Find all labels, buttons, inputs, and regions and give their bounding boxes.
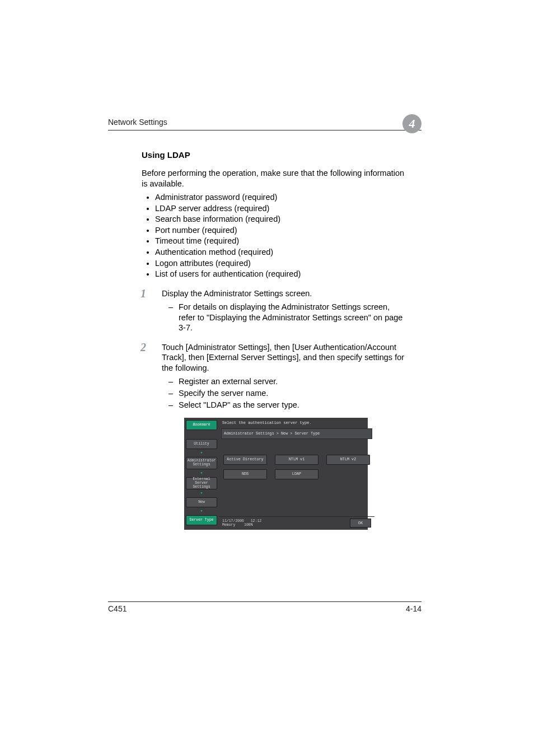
screenshot-status-bar: 11/17/2006 12:12 Memory 100% OK bbox=[219, 516, 374, 530]
option-ldap[interactable]: LDAP bbox=[275, 469, 318, 479]
list-item: Logon attributes (required) bbox=[155, 258, 406, 269]
bookmark-button[interactable]: Bookmark bbox=[186, 420, 217, 430]
server-type-options: Active Directory NTLM v1 NTLM v2 NDS LDA… bbox=[219, 439, 374, 516]
step-2: 2 Touch [Administrator Settings], then [… bbox=[142, 342, 406, 374]
sidebar-item-utility[interactable]: Utility bbox=[186, 439, 217, 449]
step-2-detail: – Specify the server name. bbox=[142, 388, 406, 399]
step-text: Touch [Administrator Settings], then [Us… bbox=[162, 343, 404, 372]
chevron-down-icon: ▾ bbox=[186, 451, 217, 455]
list-item: LDAP server address (required) bbox=[155, 203, 406, 214]
sidebar-item-server-type[interactable]: Server Type bbox=[186, 515, 217, 525]
chevron-down-icon: ▾ bbox=[186, 491, 217, 496]
option-ntlm-v1[interactable]: NTLM v1 bbox=[275, 455, 318, 465]
option-active-directory[interactable]: Active Directory bbox=[223, 455, 267, 465]
ok-button[interactable]: OK bbox=[350, 519, 371, 528]
footer-rule bbox=[108, 601, 421, 602]
sidebar-item-external-server[interactable]: External Server Settings bbox=[186, 477, 217, 489]
screenshot-sidebar: Bookmark Utility ▾ Administrator Setting… bbox=[184, 418, 219, 530]
list-item: List of users for authentication (requir… bbox=[155, 269, 406, 279]
status-memory-value: 100% bbox=[244, 523, 253, 527]
dash-icon: – bbox=[168, 400, 173, 410]
substep-text: Specify the server name. bbox=[179, 389, 268, 398]
option-ntlm-v2[interactable]: NTLM v2 bbox=[326, 455, 370, 465]
list-item: Timeout time (required) bbox=[155, 236, 406, 246]
step-1-detail: – For details on displaying the Administ… bbox=[142, 302, 406, 333]
sidebar-item-admin-settings[interactable]: Administrator Settings bbox=[186, 457, 217, 469]
chapter-number-badge: 4 bbox=[402, 114, 421, 133]
dash-icon: – bbox=[168, 302, 173, 312]
step-2-detail: – Register an external server. bbox=[142, 376, 406, 387]
substep-text: Register an external server. bbox=[179, 377, 278, 386]
intro-paragraph: Before performing the operation, make su… bbox=[142, 168, 406, 189]
step-2-detail: – Select "LDAP" as the server type. bbox=[142, 400, 406, 410]
list-item: Port number (required) bbox=[155, 225, 406, 236]
step-text: Display the Administrator Settings scree… bbox=[162, 289, 312, 298]
device-screenshot: Bookmark Utility ▾ Administrator Setting… bbox=[184, 418, 368, 530]
footer-page-number: 4-14 bbox=[406, 604, 421, 613]
option-nds[interactable]: NDS bbox=[223, 469, 267, 479]
running-header: Network Settings bbox=[108, 118, 421, 127]
sidebar-item-new[interactable]: New bbox=[186, 497, 217, 507]
step-number: 1 bbox=[140, 287, 146, 301]
breadcrumb: Administrator Settings > New > Server Ty… bbox=[221, 428, 372, 439]
list-item: Administrator password (required) bbox=[155, 192, 406, 203]
footer-model: C451 bbox=[108, 604, 127, 613]
screenshot-main: Select the authentication server type. A… bbox=[219, 418, 374, 530]
screenshot-title: Select the authentication server type. bbox=[219, 418, 374, 427]
status-info: 11/17/2006 12:12 Memory 100% bbox=[222, 519, 261, 527]
list-item: Search base information (required) bbox=[155, 214, 406, 225]
step-number: 2 bbox=[140, 340, 146, 355]
list-item: Authentication method (required) bbox=[155, 247, 406, 258]
header-rule bbox=[108, 130, 421, 130]
chevron-down-icon: ▾ bbox=[186, 471, 217, 475]
dash-icon: – bbox=[168, 388, 173, 399]
dash-icon: – bbox=[168, 376, 173, 387]
substep-text: For details on displaying the Administra… bbox=[179, 302, 402, 332]
status-date: 11/17/2006 bbox=[222, 519, 244, 523]
section-heading: Using LDAP bbox=[142, 150, 406, 160]
spacer bbox=[326, 469, 370, 479]
requirements-list: Administrator password (required) LDAP s… bbox=[142, 192, 406, 279]
chevron-down-icon: ▾ bbox=[186, 509, 217, 514]
step-1: 1 Display the Administrator Settings scr… bbox=[142, 288, 406, 299]
status-memory-label: Memory bbox=[222, 523, 235, 527]
status-time: 12:12 bbox=[251, 519, 262, 523]
substep-text: Select "LDAP" as the server type. bbox=[179, 400, 299, 409]
